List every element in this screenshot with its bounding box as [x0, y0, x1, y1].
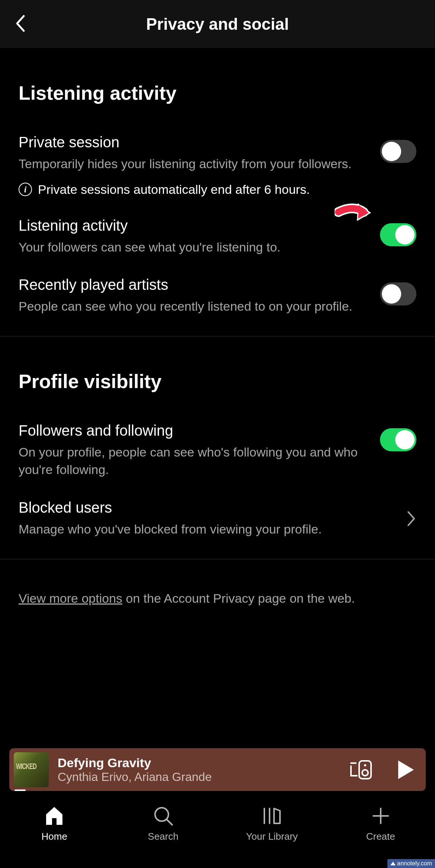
info-icon: i: [19, 183, 32, 196]
svg-line-5: [167, 819, 172, 825]
setting-label: Followers and following: [19, 422, 369, 439]
track-info: Defying Gravity Cynthia Erivo, Ariana Gr…: [58, 756, 340, 784]
toggle-knob: [382, 142, 401, 161]
watermark: annotely.com: [387, 859, 435, 868]
track-title: Defying Gravity: [58, 756, 340, 770]
svg-point-2: [362, 770, 368, 776]
tab-label: Create: [366, 831, 395, 842]
content: Listening activity Private session Tempo…: [0, 82, 435, 606]
setting-listening-activity: Listening activity Your followers can se…: [19, 217, 416, 256]
setting-private-session: Private session Temporarily hides your l…: [19, 134, 416, 173]
divider: [0, 336, 435, 337]
setting-text: Listening activity Your followers can se…: [19, 217, 369, 256]
setting-text: Private session Temporarily hides your l…: [19, 134, 369, 173]
home-icon: [44, 805, 65, 826]
annotation-arrow-icon: [335, 198, 376, 228]
setting-label: Blocked users: [19, 499, 396, 516]
setting-desc: People can see who you recently listened…: [19, 298, 369, 316]
setting-desc: Temporarily hides your listening activit…: [19, 155, 369, 173]
toggle-knob: [382, 284, 401, 304]
setting-followers-following: Followers and following On your profile,…: [19, 422, 416, 479]
setting-desc: Your followers can see what you're liste…: [19, 238, 369, 256]
search-icon: [153, 805, 174, 826]
album-art: [14, 752, 49, 787]
progress-bar[interactable]: [14, 789, 26, 791]
page-title: Privacy and social: [146, 15, 289, 33]
setting-label: Private session: [19, 134, 369, 151]
section-title-listening: Listening activity: [19, 82, 416, 104]
connect-device-icon[interactable]: [349, 759, 373, 780]
toggle-followers-following[interactable]: [380, 428, 416, 451]
library-icon: [261, 805, 282, 826]
track-artist: Cynthia Erivo, Ariana Grande: [58, 770, 340, 784]
section-title-profile: Profile visibility: [19, 370, 416, 393]
plus-icon: [370, 805, 391, 826]
setting-label: Recently played artists: [19, 276, 369, 293]
toggle-knob: [395, 225, 415, 244]
tab-bar: Home Search Your Library Create: [0, 794, 435, 868]
svg-point-1: [364, 764, 366, 766]
tab-create[interactable]: Create: [344, 805, 418, 842]
divider: [0, 559, 435, 560]
more-options-rest: on the Account Privacy page on the web.: [122, 591, 355, 605]
tab-label: Home: [42, 831, 67, 842]
setting-desc: On your profile, people can see who's fo…: [19, 443, 369, 479]
tab-home[interactable]: Home: [17, 805, 91, 842]
play-icon[interactable]: [397, 760, 415, 780]
info-text: Private sessions automatically end after…: [38, 182, 310, 197]
setting-label: Listening activity: [19, 217, 369, 234]
toggle-private-session[interactable]: [380, 140, 416, 163]
setting-recently-played: Recently played artists People can see w…: [19, 276, 416, 316]
svg-marker-3: [398, 760, 414, 779]
back-button[interactable]: [15, 15, 25, 34]
setting-text: Followers and following On your profile,…: [19, 422, 369, 479]
tab-label: Your Library: [246, 831, 298, 842]
chevron-right-icon: [407, 510, 416, 527]
setting-blocked-users[interactable]: Blocked users Manage who you've blocked …: [19, 499, 416, 538]
setting-text: Blocked users Manage who you've blocked …: [19, 499, 396, 538]
watermark-text: annotely.com: [397, 860, 432, 867]
chevron-left-icon: [15, 15, 25, 32]
view-more-options-link[interactable]: View more options: [19, 591, 122, 605]
toggle-knob: [395, 430, 415, 449]
now-playing-bar[interactable]: Defying Gravity Cynthia Erivo, Ariana Gr…: [9, 748, 426, 791]
header: Privacy and social: [0, 0, 435, 48]
more-options-text: View more options on the Account Privacy…: [19, 591, 416, 606]
tab-library[interactable]: Your Library: [235, 805, 309, 842]
info-line: i Private sessions automatically end aft…: [19, 182, 416, 197]
toggle-listening-activity[interactable]: [380, 223, 416, 246]
setting-text: Recently played artists People can see w…: [19, 276, 369, 316]
tab-search[interactable]: Search: [126, 805, 200, 842]
setting-desc: Manage who you've blocked from viewing y…: [19, 521, 396, 538]
watermark-icon: [390, 862, 396, 865]
toggle-recently-played[interactable]: [380, 282, 416, 305]
tab-label: Search: [148, 831, 178, 842]
